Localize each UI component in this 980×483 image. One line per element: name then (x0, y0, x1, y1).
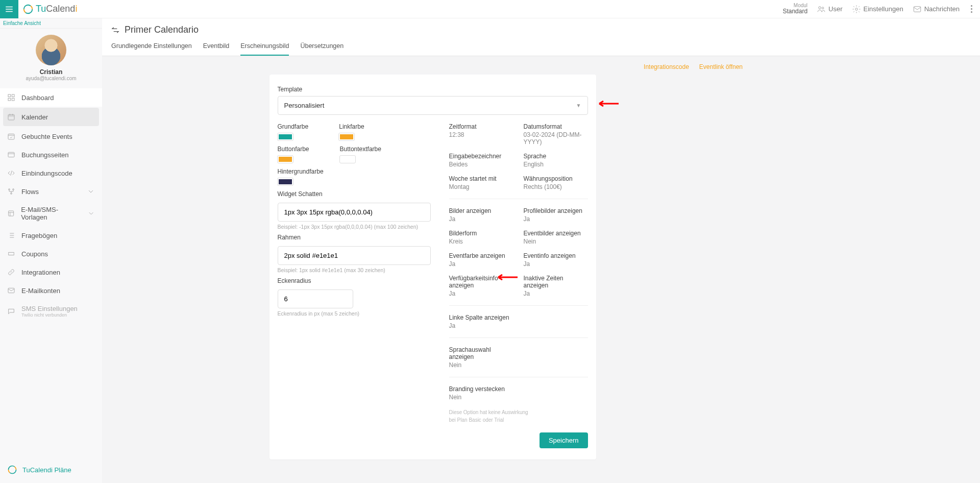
info-value: 03-02-2024 (DD-MM-YYYY) (524, 131, 588, 146)
svg-rect-8 (8, 98, 11, 101)
svg-rect-6 (8, 94, 11, 97)
nav-calendar[interactable]: Kalender (3, 108, 99, 126)
plans-link[interactable]: TuCalendi Pläne (0, 456, 102, 483)
nav-surveys[interactable]: Fragebögen (0, 226, 102, 245)
code-icon (7, 169, 15, 177)
info-item[interactable]: Eventfarbe anzeigenJa (449, 252, 513, 268)
svg-rect-10 (8, 114, 14, 120)
info-value: Montag (449, 183, 513, 190)
tab-event-image[interactable]: Eventbild (203, 42, 229, 56)
svg-rect-11 (8, 134, 14, 139)
svg-rect-5 (914, 6, 921, 12)
logo[interactable]: TuCalendi (22, 4, 77, 15)
info-item[interactable]: Inaktive Zeiten anzeigenJa (524, 275, 588, 297)
info-item[interactable]: Woche startet mitMontag (449, 175, 513, 190)
swatch-buttontextfarbe[interactable] (340, 156, 355, 163)
info-item[interactable]: Profilebilder anzeigenJa (524, 207, 588, 223)
flow-icon (7, 187, 15, 196)
template-select[interactable]: Personalisiert ▼ (278, 96, 588, 115)
svg-point-15 (11, 193, 12, 195)
messages-link[interactable]: Nachrichten (913, 5, 960, 14)
info-item[interactable]: Zeitformat12:38 (449, 123, 513, 146)
shadow-hint: Beispiel: -1px 3px 15px rgba(0,0,0,0.04)… (278, 224, 431, 230)
nav-flows[interactable]: Flows (0, 182, 102, 201)
info-item[interactable]: Branding versteckenNein (449, 385, 513, 401)
nav-label: Flows (21, 188, 39, 196)
swap-icon[interactable] (111, 26, 119, 34)
border-input[interactable] (278, 246, 431, 265)
integration-code-link[interactable]: Integrationscode (644, 63, 689, 70)
swatch-linkfarbe[interactable] (339, 133, 354, 140)
nav-dashboard[interactable]: Dashboard (0, 88, 102, 107)
tab-appearance[interactable]: Erscheinungsbild (240, 42, 289, 56)
nav-coupons[interactable]: Coupons (0, 245, 102, 263)
info-item[interactable]: Sprachauswahl anzeigenNein (449, 346, 513, 369)
info-item[interactable]: Bilder anzeigenJa (449, 207, 513, 223)
info-value: Beides (449, 161, 513, 168)
info-label: Linke Spalte anzeigen (449, 314, 513, 321)
info-value: Ja (524, 215, 588, 223)
info-value: English (524, 161, 588, 168)
module-indicator[interactable]: Modul Standard (782, 3, 807, 15)
save-button[interactable]: Speichern (540, 432, 588, 448)
nav-label: SMS Einstellungen (21, 305, 78, 312)
hamburger-button[interactable] (0, 0, 18, 18)
tab-basic-settings[interactable]: Grundlegende Einstellungen (111, 42, 192, 56)
user-link[interactable]: User (817, 5, 842, 14)
nav-integrations[interactable]: Integrationen (0, 263, 102, 281)
info-item[interactable]: Eventinfo anzeigenJa (524, 252, 588, 268)
info-value: Ja (449, 322, 513, 329)
annotation-arrow (598, 100, 621, 107)
color-label-hintergrundfarbe: Hintergrundfarbe (278, 168, 324, 175)
info-label: Sprachauswahl anzeigen (449, 346, 513, 360)
nav-templates[interactable]: E-Mail/SMS-Vorlagen (0, 201, 102, 226)
info-label: Eventinfo anzeigen (524, 252, 588, 259)
settings-link[interactable]: Einstellungen (852, 5, 903, 14)
nav-booked-events[interactable]: Gebuchte Events (0, 127, 102, 146)
border-hint: Beispiel: 1px solid #e1e1e1 (max 30 zeic… (278, 267, 431, 273)
simple-view-toggle[interactable]: Einfache Ansicht (0, 18, 102, 29)
nav-label: Dashboard (21, 94, 54, 102)
info-value: Ja (449, 260, 513, 268)
profile-name: Cristian (0, 68, 102, 76)
nav-email-accounts[interactable]: E-Mailkonten (0, 281, 102, 300)
chevron-down-icon: ▼ (576, 103, 581, 108)
info-item[interactable]: SpracheEnglish (524, 153, 588, 168)
shadow-input[interactable] (278, 203, 431, 222)
info-label: Sprache (524, 153, 588, 160)
info-item[interactable]: Eventbilder anzeigenNein (524, 230, 588, 245)
nav-label: Buchungsseiten (21, 151, 69, 159)
info-item[interactable]: Datumsformat03-02-2024 (DD-MM-YYYY) (524, 123, 588, 146)
nav-sublabel: Twilio nicht verbunden (21, 312, 78, 318)
nav-label: Gebuchte Events (21, 133, 72, 140)
radius-input[interactable] (278, 289, 353, 308)
logo-icon (22, 4, 34, 15)
info-label: Profilebilder anzeigen (524, 207, 588, 214)
page-title: Primer Calendario (125, 25, 199, 35)
info-item[interactable]: WährungspositionRechts (100€) (524, 175, 588, 190)
nav-booking-pages[interactable]: Buchungsseiten (0, 146, 102, 164)
branding-note: bei Plan Basic oder Trial (449, 417, 588, 423)
top-bar: TuCalendi Modul Standard User Einstellun… (0, 0, 980, 18)
info-label: Woche startet mit (449, 175, 513, 182)
nav-label: E-Mail/SMS-Vorlagen (21, 206, 81, 221)
info-value: Nein (449, 361, 513, 369)
info-value: Kreis (449, 238, 513, 245)
swatch-hintergrundfarbe[interactable] (278, 178, 293, 185)
profile-block[interactable]: Cristian ayuda@tucalendi.com (0, 29, 102, 85)
settings-card: Template Personalisiert ▼ Grundfarbe (270, 75, 596, 460)
swatch-grundfarbe[interactable] (278, 133, 293, 140)
nav-sms-settings[interactable]: SMS Einstellungen Twilio nicht verbunden (0, 300, 102, 323)
info-value: Ja (449, 290, 513, 297)
info-item[interactable]: BilderformKreis (449, 230, 513, 245)
info-item[interactable]: Verfügbarkeitsinfo anzeigenJa (449, 275, 513, 297)
tab-translations[interactable]: Übersetzungen (300, 42, 344, 56)
open-event-link[interactable]: Eventlink öffnen (699, 63, 743, 70)
info-item[interactable]: Linke Spalte anzeigenJa (449, 314, 513, 329)
kebab-menu[interactable] (969, 3, 973, 15)
info-item[interactable]: EingabebezeichnerBeides (449, 153, 513, 168)
shadow-label: Widget Schatten (278, 190, 431, 198)
nav-embed-code[interactable]: Einbindungscode (0, 164, 102, 182)
swatch-buttonfarbe[interactable] (278, 156, 293, 163)
info-value: Ja (524, 290, 588, 297)
